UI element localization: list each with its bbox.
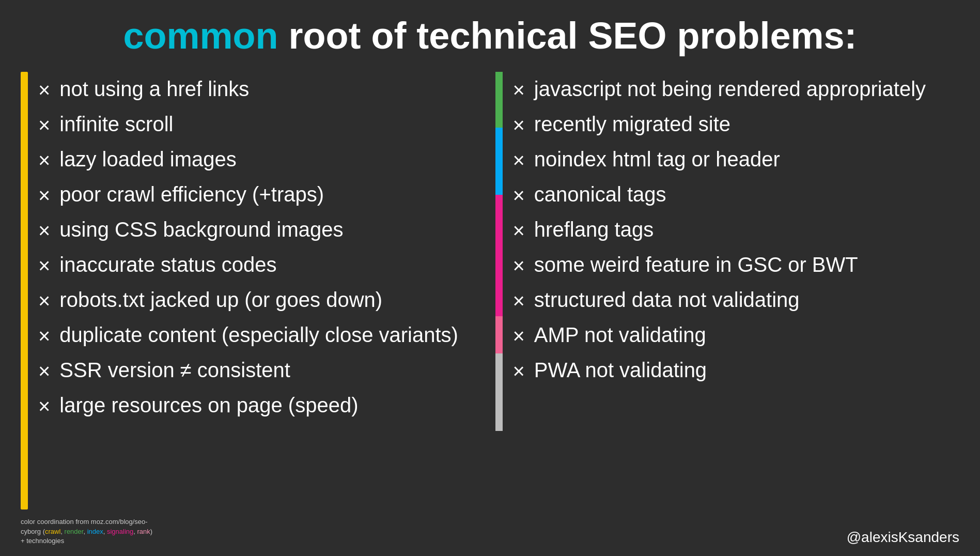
right-item-text-3: canonical tags xyxy=(534,181,666,207)
left-item-text-8: SSR version ≠ consistent xyxy=(59,357,290,383)
lightgray-bar xyxy=(495,353,503,431)
left-list-item: ×poor crawl efficiency (+traps) xyxy=(38,177,485,212)
right-column: ×javascript not being rendered appropria… xyxy=(495,72,960,509)
right-list-item: ×hreflang tags xyxy=(513,212,960,248)
left-list-item: ×not using a href links xyxy=(38,72,485,107)
left-list-item: ×lazy loaded images xyxy=(38,142,485,177)
blue-bar xyxy=(495,128,503,195)
x-mark: × xyxy=(513,112,525,138)
x-mark: × xyxy=(38,358,50,384)
right-item-text-7: AMP not validating xyxy=(534,322,706,348)
right-list-item: ×PWA not validating xyxy=(513,353,960,388)
right-list-item: ×noindex html tag or header xyxy=(513,142,960,177)
left-item-text-5: inaccurate status codes xyxy=(59,252,276,277)
x-mark: × xyxy=(513,218,525,243)
left-item-text-7: duplicate content (especially close vari… xyxy=(59,322,458,348)
right-item-text-4: hreflang tags xyxy=(534,217,654,242)
right-item-text-8: PWA not validating xyxy=(534,357,707,383)
x-mark: × xyxy=(513,288,525,314)
footer: color coordination from moz.com/blog/seo… xyxy=(21,515,959,546)
x-mark: × xyxy=(513,147,525,173)
yellow-bar xyxy=(21,72,28,509)
title-common: common xyxy=(123,15,278,56)
x-mark: × xyxy=(513,182,525,208)
right-item-text-6: structured data not validating xyxy=(534,287,800,313)
right-item-text-2: noindex html tag or header xyxy=(534,146,780,172)
right-list-item: ×some weird feature in GSC or BWT xyxy=(513,248,960,283)
x-mark: × xyxy=(38,218,50,243)
right-items-list: ×javascript not being rendered appropria… xyxy=(513,72,960,509)
right-list-item: ×javascript not being rendered appropria… xyxy=(513,72,960,107)
left-item-text-2: lazy loaded images xyxy=(59,146,236,172)
left-item-text-9: large resources on page (speed) xyxy=(59,392,358,418)
footer-signaling: signaling xyxy=(107,528,133,535)
footer-render: render xyxy=(65,528,84,535)
left-list-item: ×inaccurate status codes xyxy=(38,248,485,283)
x-mark: × xyxy=(38,147,50,173)
content-area: ×not using a href links×infinite scroll×… xyxy=(21,72,959,509)
x-mark: × xyxy=(513,77,525,103)
right-item-text-1: recently migrated site xyxy=(534,111,730,137)
footer-crawl: crawl xyxy=(45,528,60,535)
left-list-item: ×infinite scroll xyxy=(38,107,485,142)
x-mark: × xyxy=(38,288,50,314)
right-bars xyxy=(495,72,503,509)
left-list-item: ×robots.txt jacked up (or goes down) xyxy=(38,283,485,318)
x-mark: × xyxy=(38,77,50,103)
x-mark: × xyxy=(513,323,525,349)
left-item-text-1: infinite scroll xyxy=(59,111,173,137)
x-mark: × xyxy=(38,323,50,349)
green-bar xyxy=(495,72,503,128)
footer-handle: @alexisKsanders xyxy=(847,529,959,546)
left-items-list: ×not using a href links×infinite scroll×… xyxy=(38,72,485,509)
left-item-text-4: using CSS background images xyxy=(59,217,343,242)
footer-sep3: , xyxy=(103,528,107,535)
left-item-text-6: robots.txt jacked up (or goes down) xyxy=(59,287,382,313)
title-rest: root of technical SEO problems: xyxy=(278,15,857,56)
left-list-item: ×using CSS background images xyxy=(38,212,485,248)
page-title: common root of technical SEO problems: xyxy=(21,16,959,56)
right-item-text-5: some weird feature in GSC or BWT xyxy=(534,252,858,277)
x-mark: × xyxy=(513,358,525,384)
footer-sep2: , xyxy=(83,528,87,535)
left-column: ×not using a href links×infinite scroll×… xyxy=(21,72,485,509)
x-mark: × xyxy=(38,182,50,208)
left-item-text-3: poor crawl efficiency (+traps) xyxy=(59,181,324,207)
magenta-bar xyxy=(495,195,503,316)
footer-rank: rank xyxy=(137,528,150,535)
right-list-item: ×AMP not validating xyxy=(513,318,960,353)
footer-sep1: , xyxy=(60,528,64,535)
x-mark: × xyxy=(38,253,50,279)
left-item-text-0: not using a href links xyxy=(59,76,249,102)
right-list-item: ×canonical tags xyxy=(513,177,960,212)
footer-sep4: , xyxy=(133,528,137,535)
left-list-item: ×SSR version ≠ consistent xyxy=(38,353,485,388)
right-item-text-0: javascript not being rendered appropriat… xyxy=(534,76,926,102)
right-list-item: ×structured data not validating xyxy=(513,283,960,318)
right-list-item: ×recently migrated site xyxy=(513,107,960,142)
page-container: common root of technical SEO problems: ×… xyxy=(0,0,980,556)
pink-bar xyxy=(495,316,503,353)
footer-index: index xyxy=(87,528,103,535)
x-mark: × xyxy=(513,253,525,279)
footer-left: color coordination from moz.com/blog/seo… xyxy=(21,517,152,546)
x-mark: × xyxy=(38,112,50,138)
left-list-item: ×large resources on page (speed) xyxy=(38,388,485,423)
x-mark: × xyxy=(38,393,50,419)
left-list-item: ×duplicate content (especially close var… xyxy=(38,318,485,353)
